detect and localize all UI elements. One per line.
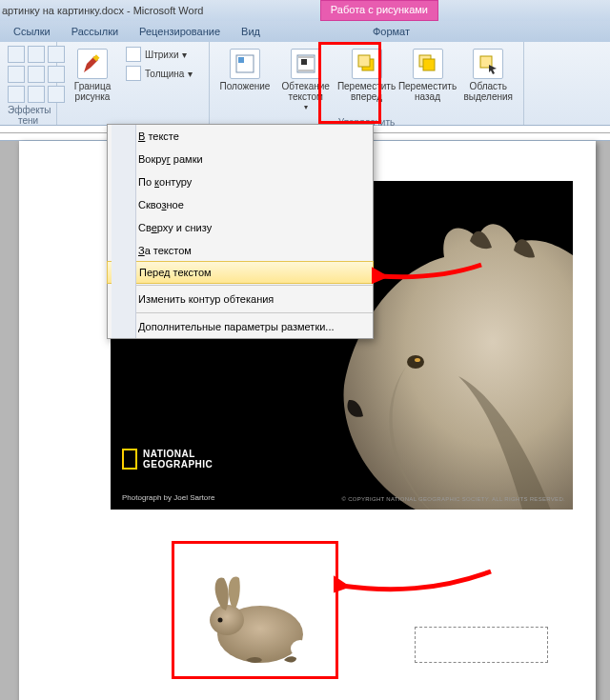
natgeo-logo: NATIONAL GEOGRAPHIC bbox=[122, 449, 213, 470]
ribbon: Эффекты тени Граница рисунка Штрихи▾ Тол… bbox=[0, 42, 610, 126]
send-backward-button[interactable]: Переместить назад bbox=[400, 46, 456, 105]
svg-point-17 bbox=[291, 640, 310, 657]
dashes-icon bbox=[126, 47, 141, 62]
svg-point-13 bbox=[415, 358, 420, 362]
wrap-behind-item[interactable]: ▪За текстом bbox=[108, 239, 373, 262]
wrap-tight-item[interactable]: ▪По контуру bbox=[108, 170, 373, 193]
picture-border-button[interactable]: Граница рисунка bbox=[65, 46, 120, 105]
wrap-through-item[interactable]: ▪Сквозное bbox=[108, 193, 373, 216]
placeholder-dashed-box[interactable] bbox=[415, 627, 548, 663]
wrap-topbottom-item[interactable]: ▪Сверху и снизу bbox=[108, 216, 373, 239]
bring-forward-button[interactable]: Переместить вперед bbox=[339, 46, 395, 105]
tab-mailings[interactable]: Рассылки bbox=[71, 26, 118, 37]
rabbit-illustration bbox=[193, 572, 317, 668]
svg-point-15 bbox=[210, 605, 244, 635]
chevron-down-icon: ▾ bbox=[182, 50, 187, 60]
natgeo-rectangle-icon bbox=[122, 449, 137, 470]
weight-icon bbox=[126, 66, 141, 81]
annotation-arrow-to-menu-item bbox=[372, 257, 486, 295]
send-backward-icon bbox=[413, 49, 443, 79]
weight-button[interactable]: Толщина▾ bbox=[126, 65, 193, 82]
tab-format[interactable]: Формат bbox=[373, 26, 410, 37]
pencil-icon bbox=[77, 49, 108, 79]
wrap-square-item[interactable]: ▪Вокруг рамки bbox=[108, 148, 373, 170]
position-button[interactable]: Положение bbox=[217, 46, 273, 94]
wrap-icon bbox=[291, 49, 321, 79]
tab-review[interactable]: Рецензирование bbox=[139, 26, 220, 37]
svg-rect-2 bbox=[238, 57, 244, 63]
selection-pane-icon bbox=[473, 49, 503, 79]
photo-credit: Photograph by Joel Sartore bbox=[122, 493, 214, 502]
svg-point-12 bbox=[407, 355, 424, 369]
copyright-text: © COPYRIGHT NATIONAL GEOGRAPHIC SOCIETY.… bbox=[341, 496, 565, 502]
wrap-in-front-item[interactable]: ▪Перед текстом bbox=[107, 261, 374, 284]
svg-rect-10 bbox=[423, 59, 435, 70]
tab-view[interactable]: Вид bbox=[241, 26, 260, 37]
wrap-text-button[interactable]: Обтекание текстом ▾ bbox=[278, 46, 334, 115]
svg-rect-8 bbox=[358, 55, 370, 67]
wrap-inline-item[interactable]: ▪В тексте bbox=[108, 125, 373, 148]
position-icon bbox=[230, 49, 260, 79]
window-title: артинку на картинку.docx - Microsoft Wor… bbox=[2, 5, 203, 16]
annotation-arrow-to-rabbit bbox=[334, 562, 496, 610]
ribbon-tabs: Ссылки Рассылки Рецензирование Вид Форма… bbox=[0, 21, 610, 42]
chevron-down-icon: ▾ bbox=[188, 69, 193, 79]
wrap-text-dropdown: ▪В тексте ▪Вокруг рамки ▪По контуру ▪Скв… bbox=[107, 124, 374, 339]
dashes-button[interactable]: Штрихи▾ bbox=[126, 46, 193, 63]
contextual-tab-picture-tools[interactable]: Работа с рисунками bbox=[320, 0, 438, 21]
more-layout-options-item[interactable]: Дополнительные параметры разметки... bbox=[108, 315, 373, 338]
svg-rect-4 bbox=[301, 59, 307, 65]
bring-forward-icon bbox=[352, 49, 382, 79]
selection-pane-button[interactable]: Область выделения bbox=[461, 46, 517, 105]
tab-links[interactable]: Ссылки bbox=[13, 26, 51, 37]
edit-wrap-points-item[interactable]: ✦Изменить контур обтекания bbox=[108, 288, 373, 310]
shadow-direction-grid[interactable] bbox=[8, 46, 65, 103]
title-bar: артинку на картинку.docx - Microsoft Wor… bbox=[0, 0, 610, 21]
chevron-down-icon: ▾ bbox=[304, 102, 308, 112]
svg-point-16 bbox=[218, 618, 223, 623]
group-shadow-effects: Эффекты тени bbox=[8, 105, 49, 126]
image-rabbit-selected[interactable] bbox=[172, 541, 338, 679]
